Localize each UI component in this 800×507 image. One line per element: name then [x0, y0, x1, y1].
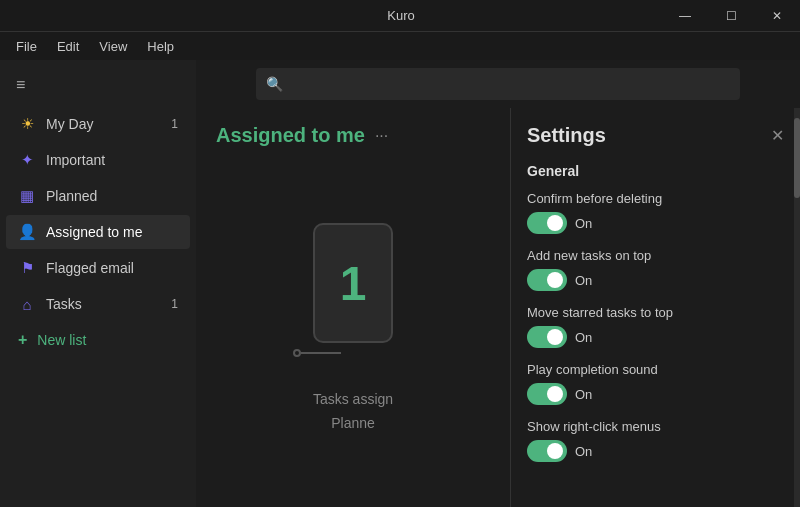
right-click-toggle-label: On — [575, 444, 592, 459]
settings-section-general: General — [527, 163, 784, 179]
planned-text: Planne — [331, 415, 375, 431]
add-top-toggle-row: On — [527, 269, 784, 291]
confirm-delete-toggle-label: On — [575, 216, 592, 231]
star-icon: ✦ — [18, 151, 36, 169]
confirm-delete-toggle-row: On — [527, 212, 784, 234]
sun-icon: ☀ — [18, 115, 36, 133]
grid-icon: ▦ — [18, 187, 36, 205]
scrollbar-track — [794, 108, 800, 507]
settings-header: Settings ✕ — [527, 124, 784, 147]
completion-sound-toggle-label: On — [575, 387, 592, 402]
sidebar-label-important: Important — [46, 152, 178, 168]
phone-image: 1 — [313, 223, 393, 343]
sidebar-label-my-day: My Day — [46, 116, 152, 132]
app-body: ≡ ☀ My Day 1 ✦ Important ▦ Planned 👤 Ass… — [0, 60, 800, 507]
sidebar: ≡ ☀ My Day 1 ✦ Important ▦ Planned 👤 Ass… — [0, 60, 196, 507]
settings-row-completion-sound: Play completion sound On — [527, 362, 784, 405]
right-click-toggle-row: On — [527, 440, 784, 462]
search-icon: 🔍 — [266, 76, 283, 92]
sidebar-item-important[interactable]: ✦ Important — [6, 143, 190, 177]
person-icon: 👤 — [18, 223, 36, 241]
settings-close-button[interactable]: ✕ — [771, 126, 784, 145]
menu-edit[interactable]: Edit — [49, 37, 87, 56]
sidebar-item-flagged-email[interactable]: ⚑ Flagged email — [6, 251, 190, 285]
sidebar-item-tasks[interactable]: ⌂ Tasks 1 — [6, 287, 190, 321]
add-top-label: Add new tasks on top — [527, 248, 784, 263]
sidebar-badge-tasks: 1 — [162, 297, 178, 311]
line-icon — [301, 352, 341, 354]
title-bar: Kuro — ☐ ✕ — [0, 0, 800, 32]
settings-row-confirm-delete: Confirm before deleting On — [527, 191, 784, 234]
task-view: Assigned to me ··· 1 Tasks assign — [196, 108, 510, 507]
task-view-header: Assigned to me ··· — [216, 124, 490, 147]
search-bar[interactable]: 🔍 — [256, 68, 740, 100]
close-button[interactable]: ✕ — [754, 0, 800, 32]
settings-row-starred-top: Move starred tasks to top On — [527, 305, 784, 348]
window-controls: — ☐ ✕ — [662, 0, 800, 32]
sidebar-item-my-day[interactable]: ☀ My Day 1 — [6, 107, 190, 141]
search-bar-container: 🔍 — [196, 60, 800, 108]
tasks-assigned-text: Tasks assign — [313, 391, 393, 407]
menu-help[interactable]: Help — [139, 37, 182, 56]
add-top-toggle[interactable] — [527, 269, 567, 291]
sidebar-label-planned: Planned — [46, 188, 178, 204]
menu-bar: File Edit View Help — [0, 32, 800, 60]
right-click-label: Show right-click menus — [527, 419, 784, 434]
settings-row-right-click: Show right-click menus On — [527, 419, 784, 462]
settings-row-add-top: Add new tasks on top On — [527, 248, 784, 291]
circle-icon — [293, 349, 301, 357]
main-area: 🔍 Assigned to me ··· 1 — [196, 60, 800, 507]
confirm-delete-label: Confirm before deleting — [527, 191, 784, 206]
starred-top-toggle-label: On — [575, 330, 592, 345]
sidebar-label-flagged-email: Flagged email — [46, 260, 178, 276]
add-top-toggle-label: On — [575, 273, 592, 288]
menu-view[interactable]: View — [91, 37, 135, 56]
task-view-title: Assigned to me — [216, 124, 365, 147]
sidebar-item-assigned-to-me[interactable]: 👤 Assigned to me — [6, 215, 190, 249]
right-click-toggle[interactable] — [527, 440, 567, 462]
house-icon: ⌂ — [18, 295, 36, 313]
completion-sound-label: Play completion sound — [527, 362, 784, 377]
maximize-button[interactable]: ☐ — [708, 0, 754, 32]
starred-top-label: Move starred tasks to top — [527, 305, 784, 320]
flag-icon: ⚑ — [18, 259, 36, 277]
content-split: Assigned to me ··· 1 Tasks assign — [196, 108, 800, 507]
hamburger-menu[interactable]: ≡ — [0, 68, 196, 106]
plus-icon: + — [18, 331, 27, 349]
starred-top-toggle[interactable] — [527, 326, 567, 348]
more-options-button[interactable]: ··· — [375, 127, 388, 145]
app-title: Kuro — [140, 8, 662, 23]
completion-sound-toggle[interactable] — [527, 383, 567, 405]
sidebar-item-planned[interactable]: ▦ Planned — [6, 179, 190, 213]
task-placeholder: 1 Tasks assign Planne — [216, 163, 490, 491]
minimize-button[interactable]: — — [662, 0, 708, 32]
task-indicator — [293, 349, 341, 357]
sidebar-badge-my-day: 1 — [162, 117, 178, 131]
sidebar-label-assigned-to-me: Assigned to me — [46, 224, 178, 240]
menu-file[interactable]: File — [8, 37, 45, 56]
starred-top-toggle-row: On — [527, 326, 784, 348]
new-list-button[interactable]: + New list — [6, 323, 190, 357]
phone-graphic: 1 — [313, 223, 393, 343]
settings-title: Settings — [527, 124, 606, 147]
completion-sound-toggle-row: On — [527, 383, 784, 405]
scrollbar-thumb[interactable] — [794, 118, 800, 198]
confirm-delete-toggle[interactable] — [527, 212, 567, 234]
new-list-label: New list — [37, 332, 86, 348]
settings-panel: Settings ✕ General Confirm before deleti… — [510, 108, 800, 507]
sidebar-label-tasks: Tasks — [46, 296, 152, 312]
phone-number: 1 — [340, 256, 367, 311]
